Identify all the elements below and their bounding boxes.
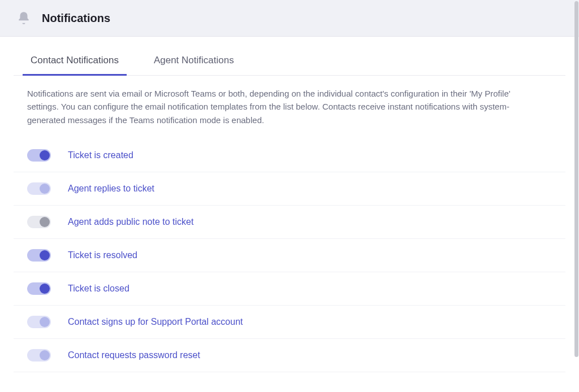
toggle-knob xyxy=(40,184,50,194)
notifications-panel: Contact Notifications Agent Notification… xyxy=(0,47,579,372)
notification-link-ticket-created[interactable]: Ticket is created xyxy=(68,150,133,160)
notification-link-password-reset[interactable]: Contact requests password reset xyxy=(68,350,200,360)
toggle-knob xyxy=(40,317,50,327)
notification-link-ticket-closed[interactable]: Ticket is closed xyxy=(68,284,129,294)
list-item: Agent replies to ticket xyxy=(14,172,565,206)
toggle-knob xyxy=(40,250,50,260)
tabs: Contact Notifications Agent Notification… xyxy=(14,47,565,76)
notification-link-contact-signup[interactable]: Contact signs up for Support Portal acco… xyxy=(68,317,243,327)
toggle-ticket-resolved[interactable] xyxy=(27,249,51,262)
scrollbar[interactable] xyxy=(573,1,579,391)
page-title: Notifications xyxy=(42,12,110,25)
list-item: Agent adds public note to ticket xyxy=(14,206,565,239)
toggle-knob xyxy=(40,284,50,294)
list-item: Ticket is resolved xyxy=(14,239,565,272)
tab-agent-notifications[interactable]: Agent Notifications xyxy=(150,47,237,75)
list-item: Contact requests password reset xyxy=(14,339,565,372)
notification-link-agent-replies[interactable]: Agent replies to ticket xyxy=(68,184,154,194)
notification-link-ticket-resolved[interactable]: Ticket is resolved xyxy=(68,250,137,260)
toggle-knob xyxy=(40,350,50,360)
toggle-ticket-closed[interactable] xyxy=(27,282,51,295)
toggle-ticket-created[interactable] xyxy=(27,149,51,162)
tab-description: Notifications are sent via email or Micr… xyxy=(14,76,545,132)
toggle-agent-replies[interactable] xyxy=(27,182,51,195)
toggle-knob xyxy=(40,217,50,227)
notification-list: Ticket is created Agent replies to ticke… xyxy=(14,139,565,372)
list-item: Ticket is created xyxy=(14,139,565,172)
bell-icon xyxy=(16,10,32,26)
toggle-agent-note[interactable] xyxy=(27,216,51,228)
list-item: Ticket is closed xyxy=(14,272,565,306)
tab-contact-notifications[interactable]: Contact Notifications xyxy=(27,47,122,75)
page-header: Notifications xyxy=(0,0,579,37)
toggle-knob xyxy=(40,150,50,160)
list-item: Contact signs up for Support Portal acco… xyxy=(14,306,565,339)
notification-link-agent-note[interactable]: Agent adds public note to ticket xyxy=(68,217,193,227)
toggle-contact-signup[interactable] xyxy=(27,316,51,328)
toggle-password-reset[interactable] xyxy=(27,349,51,361)
